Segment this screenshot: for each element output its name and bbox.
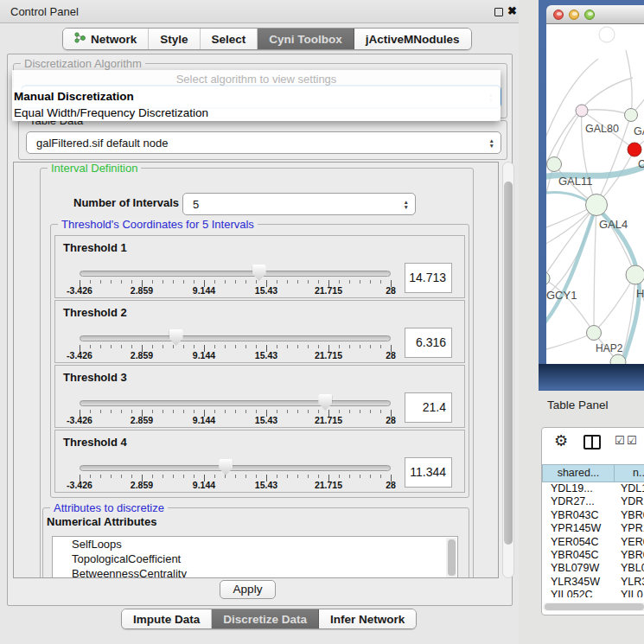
cell-name[interactable]: YDL1 [615,482,644,495]
table-row[interactable]: YDL19... YDL1 [542,482,644,495]
threshold-2-slider-thumb[interactable] [169,329,183,346]
tick-label: 28 [386,285,396,296]
cell-shared-name[interactable]: YDL19... [542,482,615,495]
threshold-1-slider[interactable] [80,271,391,277]
cell-name[interactable]: YPR1 [615,522,644,535]
threshold-3-slider[interactable] [80,400,391,406]
threshold-3-value-field[interactable]: 21.4 [405,392,452,423]
tab-select-label: Select [212,33,246,46]
cell-shared-name[interactable]: YLR345W [542,576,615,589]
column-header-shared[interactable]: shared... [542,464,615,482]
network-graph: GAL80 GA C GAL11 GAL4 GCY1 H HAP2 [546,24,644,364]
network-canvas[interactable]: GAL80 GA C GAL11 GAL4 GCY1 H HAP2 [546,24,644,364]
number-of-intervals-label: Number of Intervals [73,196,179,209]
discretization-algorithm-title: Discretization Algorithm [21,57,145,70]
cell-name[interactable]: YIL0 [615,589,644,597]
tab-network[interactable]: Network [63,29,149,49]
checkbox-icon[interactable]: ☑ [627,434,637,447]
gear-icon[interactable]: ⚙ [554,431,568,450]
checkbox-icon[interactable]: ☑ [615,434,625,447]
table-row[interactable]: YLR345W YLR3 [542,576,644,589]
menu-item-manual-discretization[interactable]: Manual Discretization [12,88,501,105]
tab-select[interactable]: Select [201,29,258,49]
threshold-1-value-field[interactable]: 14.713 [405,263,452,293]
tab-impute-data[interactable]: Impute Data [122,609,212,628]
cell-shared-name[interactable]: YIL052C [542,589,615,597]
minimize-traffic-light-icon[interactable] [569,10,579,20]
attributes-scrollbar-thumb[interactable] [448,539,456,576]
float-window-icon[interactable] [494,8,503,16]
tab-style[interactable]: Style [149,29,200,49]
columns-icon[interactable] [583,435,601,450]
threshold-4-label: Threshold 4 [63,436,127,449]
tick-label: 28 [386,480,396,490]
table-row[interactable]: YBL079W YBL0 [542,562,644,575]
cell-name[interactable]: YBL0 [615,562,644,575]
cell-name[interactable]: YLR3 [615,576,644,589]
node-gal80 [576,105,588,117]
threshold-4-value-field[interactable]: 11.344 [405,457,452,488]
cell-shared-name[interactable]: YER054C [542,536,615,549]
node-label-gal80: GAL80 [585,123,619,135]
threshold-3-box: Threshold 3 -3.4262.8599.14415.4321.7152… [54,365,465,428]
cell-shared-name[interactable]: YBR043C [542,509,615,522]
tick-label: 21.715 [315,415,342,425]
tab-jactivemnodules-label: jActiveMNodules [366,33,460,46]
column-header-name[interactable]: n... [615,464,644,482]
tab-discretize-data[interactable]: Discretize Data [212,609,319,628]
table-hscrollbar-thumb[interactable] [545,603,644,610]
table-row[interactable]: YBR045C YBR0 [542,549,644,562]
network-icon [74,31,86,47]
table-row[interactable]: YDR27... YDR2 [542,495,644,508]
table-row[interactable]: YPR145W YPR1 [542,522,644,535]
attributes-title: Attributes to discretize [50,501,168,514]
bottom-tab-bar: Impute Data Discretize Data Infer Networ… [121,609,417,629]
threshold-1-slider-thumb[interactable] [252,265,266,281]
cell-shared-name[interactable]: YBL079W [542,562,615,575]
tab-jactivemnodules[interactable]: jActiveMNodules [354,29,471,49]
cell-name[interactable]: YBR0 [615,509,644,522]
node-hap2 [587,326,602,341]
node-gal4 [586,194,608,216]
menu-item-equal-width-frequency[interactable]: Equal Width/Frequency Discretization [12,105,501,121]
table-hscrollbar[interactable] [543,603,644,611]
attributes-scrollbar[interactable] [446,538,456,578]
threshold-2-value-field[interactable]: 6.316 [405,328,452,358]
table-row[interactable]: YIL052C YIL0 [542,589,644,597]
cell-shared-name[interactable]: YDR27... [542,495,615,508]
close-icon[interactable]: ✖ [507,4,517,17]
zoom-traffic-light-icon[interactable] [584,10,595,20]
tick-label: -3.426 [67,415,92,425]
panel-title: Control Panel [10,5,79,18]
threshold-4-slider-thumb[interactable] [219,459,233,475]
tick-label: 2.859 [131,285,153,296]
number-of-intervals-combobox[interactable]: 5 ▲▼ [182,193,416,215]
panel-scrollbar[interactable] [502,162,514,578]
node-red [628,143,641,156]
network-view-window[interactable]: GAL80 GA C GAL11 GAL4 GCY1 H HAP2 [546,5,644,364]
attribute-list-item[interactable]: SelfLoops [53,537,457,552]
attribute-list-item[interactable]: TopologicalCoefficient [53,552,457,566]
cell-name[interactable]: YBR0 [615,549,644,562]
tab-cyni-toolbox[interactable]: Cyni Toolbox [258,29,354,49]
network-window-titlebar[interactable] [546,5,644,24]
tab-infer-network[interactable]: Infer Network [319,609,416,628]
tick-label: 15.43 [255,415,277,425]
threshold-4-slider[interactable] [80,465,391,471]
panel-scrollbar-thumb[interactable] [504,182,513,545]
table-row[interactable]: YBR043C YBR0 [542,509,644,522]
control-panel: Control Panel ✖ Network Style Select Cyn… [0,0,519,644]
threshold-2-slider[interactable] [80,335,391,341]
cell-shared-name[interactable]: YPR145W [542,522,615,535]
cell-shared-name[interactable]: YBR045C [542,549,615,562]
table-data-combobox[interactable]: galFiltered.sif default node ▲▼ [26,131,501,154]
table-row[interactable]: YER054C YER0 [542,536,644,549]
cell-name[interactable]: YER0 [615,536,644,549]
close-traffic-light-icon[interactable] [553,10,564,20]
attribute-list-item[interactable]: BetweennessCentrality [53,566,457,578]
numerical-attributes-list[interactable]: SelfLoopsTopologicalCoefficientBetweenne… [52,536,458,578]
cell-name[interactable]: YDR2 [615,495,644,508]
threshold-3-slider-thumb[interactable] [318,394,332,411]
apply-button[interactable]: Apply [220,580,276,599]
node-label-hap2: HAP2 [596,342,623,354]
